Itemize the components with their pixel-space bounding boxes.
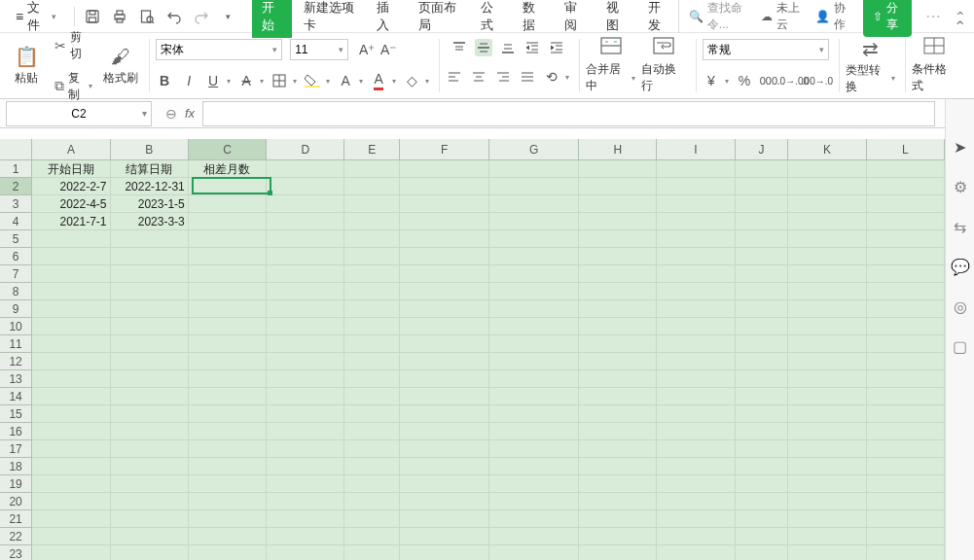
cell[interactable] (867, 353, 945, 370)
cell[interactable] (489, 475, 579, 493)
cell[interactable] (32, 283, 110, 300)
cell[interactable] (579, 230, 657, 248)
cell[interactable] (788, 318, 866, 335)
cell[interactable] (344, 493, 400, 510)
chevron-down-icon[interactable]: ▾ (293, 77, 297, 86)
font-size-select[interactable]: 11▾ (290, 39, 348, 60)
cell[interactable] (32, 370, 110, 388)
cell[interactable] (657, 213, 735, 230)
cell[interactable] (489, 213, 579, 230)
cell[interactable] (867, 423, 945, 440)
cell[interactable] (579, 405, 657, 423)
cell[interactable] (400, 493, 489, 510)
cell[interactable] (489, 458, 579, 475)
cell[interactable] (736, 335, 789, 353)
cell[interactable]: 2021-7-1 (32, 213, 110, 230)
cell[interactable] (189, 335, 267, 353)
cell[interactable] (867, 528, 945, 545)
cell[interactable] (867, 335, 945, 353)
chevron-down-icon[interactable]: ▾ (725, 77, 729, 86)
cell[interactable] (344, 510, 400, 528)
cancel-formula-icon[interactable]: ⊖ (165, 106, 177, 122)
cell[interactable] (867, 545, 945, 560)
cell[interactable] (736, 388, 789, 405)
cell[interactable] (267, 388, 344, 405)
cell[interactable] (344, 475, 400, 493)
cell[interactable] (111, 510, 189, 528)
tab-insert[interactable]: 插入 (367, 0, 407, 40)
cell[interactable]: 2023-3-3 (111, 213, 189, 230)
cell[interactable] (111, 370, 189, 388)
cell[interactable] (189, 423, 267, 440)
cell[interactable] (579, 248, 657, 265)
row-header[interactable]: 22 (0, 528, 32, 545)
cell[interactable] (736, 440, 789, 458)
cell[interactable] (489, 370, 579, 388)
align-right-icon[interactable] (494, 68, 512, 86)
cell[interactable] (189, 213, 267, 230)
cell[interactable] (579, 353, 657, 370)
align-left-icon[interactable] (446, 68, 463, 86)
collab-button[interactable]: 👤 协作 (815, 0, 849, 33)
cell[interactable] (111, 300, 189, 318)
cell[interactable] (400, 213, 489, 230)
cell[interactable] (267, 545, 344, 560)
cell[interactable] (867, 318, 945, 335)
row-header[interactable]: 15 (0, 405, 32, 423)
more-icon[interactable]: ⋯ (925, 7, 941, 25)
cell[interactable] (344, 248, 400, 265)
chevron-down-icon[interactable]: ▾ (359, 77, 363, 86)
increase-indent-icon[interactable] (548, 39, 565, 56)
cell[interactable] (400, 230, 489, 248)
row-header[interactable]: 14 (0, 388, 32, 405)
increase-decimal-icon[interactable]: .0→.00 (784, 72, 802, 89)
cell[interactable] (489, 318, 579, 335)
cell[interactable] (111, 545, 189, 560)
cell[interactable] (788, 493, 866, 510)
cell[interactable] (267, 353, 344, 370)
cell[interactable] (867, 493, 945, 510)
cell[interactable] (400, 388, 489, 405)
cell[interactable] (867, 405, 945, 423)
font-name-select[interactable]: 宋体▾ (156, 39, 282, 60)
tab-view[interactable]: 视图 (596, 0, 636, 40)
tab-data[interactable]: 数据 (513, 0, 553, 40)
cell[interactable] (111, 318, 189, 335)
cell[interactable] (489, 178, 579, 195)
cell[interactable] (736, 230, 789, 248)
cell[interactable] (579, 493, 657, 510)
currency-icon[interactable]: ¥ (703, 72, 720, 89)
cell[interactable] (657, 388, 735, 405)
cell[interactable] (867, 300, 945, 318)
cell[interactable] (111, 440, 189, 458)
row-header[interactable]: 8 (0, 283, 32, 300)
decrease-font-icon[interactable]: A⁻ (379, 41, 397, 58)
cell[interactable] (736, 283, 789, 300)
wrap-text-button[interactable]: 自动换行 (641, 37, 686, 94)
cell[interactable] (32, 440, 110, 458)
cell[interactable] (111, 248, 189, 265)
cell[interactable] (489, 300, 579, 318)
cell[interactable] (32, 300, 110, 318)
justify-icon[interactable] (519, 68, 536, 86)
cell[interactable] (32, 248, 110, 265)
cell[interactable] (489, 248, 579, 265)
cell[interactable] (32, 335, 110, 353)
row-header[interactable]: 10 (0, 318, 32, 335)
cell[interactable] (32, 265, 110, 283)
cell[interactable] (400, 178, 489, 195)
cell[interactable] (111, 475, 189, 493)
cell[interactable] (267, 335, 344, 353)
cell[interactable] (867, 283, 945, 300)
cell[interactable] (579, 160, 657, 178)
underline-button[interactable]: U (204, 72, 222, 89)
row-header[interactable]: 18 (0, 458, 32, 475)
cell[interactable] (489, 335, 579, 353)
cell[interactable] (788, 300, 866, 318)
cell[interactable] (400, 440, 489, 458)
cell[interactable] (579, 300, 657, 318)
row-header[interactable]: 1 (0, 160, 32, 178)
cell[interactable] (736, 318, 789, 335)
cell[interactable] (189, 318, 267, 335)
cell[interactable] (32, 230, 110, 248)
